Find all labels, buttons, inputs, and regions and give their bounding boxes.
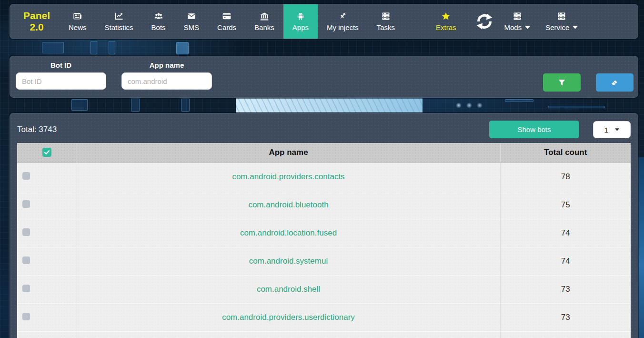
table-row: com.android.systemui 74: [17, 247, 631, 275]
total-count-value: 78: [561, 172, 570, 181]
panel-logo[interactable]: Panel 2.0: [14, 4, 60, 39]
column-header-total-count: Total count: [500, 143, 631, 163]
check-icon: [44, 149, 50, 155]
logo-line2: 2.0: [30, 21, 43, 33]
android-icon: [296, 11, 305, 21]
background-chip: [42, 42, 64, 53]
nav-item-my-injects[interactable]: My injects: [318, 4, 368, 39]
table-row: com.android.providers.contacts 78: [17, 163, 631, 191]
row-checkbox[interactable]: [22, 172, 30, 180]
bot-id-input[interactable]: [16, 72, 106, 90]
total-count-value: 73: [561, 285, 570, 294]
background-chip: [176, 42, 189, 54]
filter-icon: [558, 79, 566, 87]
logo-line1: Panel: [23, 10, 50, 21]
page-select[interactable]: 1: [593, 121, 631, 138]
row-checkbox[interactable]: [22, 256, 30, 264]
select-all-header-cell: [17, 143, 77, 163]
nav-item-news[interactable]: News: [60, 4, 96, 39]
table-row: com.android.location.fused 74: [17, 219, 631, 247]
sync-icon: [475, 12, 494, 31]
nav-label: SMS: [184, 23, 200, 31]
app-name-link[interactable]: com.android.providers.userdictionary: [222, 313, 355, 322]
background-circuit-right-strip: [638, 157, 644, 338]
app-name-input[interactable]: [121, 72, 212, 90]
nav-item-apps[interactable]: Apps: [283, 4, 318, 39]
background-trace: [548, 106, 605, 108]
nav-label: Bots: [151, 23, 166, 31]
nav-label: Cards: [217, 23, 236, 31]
column-header-app-name: App name: [77, 143, 500, 163]
total-count-label: Total: 3743: [17, 125, 57, 134]
total-count-value: 74: [561, 228, 570, 237]
bot-id-field-group: Bot ID: [16, 56, 106, 90]
app-name-link[interactable]: com.android.providers.contacts: [232, 172, 344, 181]
chart-line-icon: [114, 11, 124, 21]
top-navbar: Panel 2.0 News Statistics Bots: [10, 4, 638, 39]
users-icon: [154, 11, 163, 21]
app-name-label: App name: [150, 61, 184, 69]
select-all-checkbox[interactable]: [42, 148, 51, 157]
refresh-button[interactable]: [472, 4, 497, 39]
app-name-link[interactable]: com.android.location.fused: [240, 228, 337, 237]
background-trace: [505, 99, 533, 102]
nav-label: My injects: [327, 23, 359, 31]
nav-item-sms[interactable]: SMS: [175, 4, 209, 39]
nav-label: Extras: [436, 23, 456, 31]
row-checkbox[interactable]: [22, 285, 30, 292]
nav-item-statistics[interactable]: Statistics: [96, 4, 142, 39]
app-name-link[interactable]: com.android.bluetooth: [248, 200, 328, 209]
nav-item-bots[interactable]: Bots: [142, 4, 175, 39]
apps-table-panel: Total: 3743 Show bots 1 App name Total c…: [10, 113, 638, 338]
total-count-value: 75: [561, 200, 570, 209]
server-icon: [381, 11, 391, 21]
nav-dropdown-service[interactable]: Service: [538, 4, 585, 39]
page-select-value: 1: [604, 126, 608, 134]
nav-label: Mods: [504, 23, 522, 31]
nav-label: Service: [545, 23, 569, 31]
nav-label: Apps: [292, 23, 309, 31]
envelope-icon: [187, 11, 196, 21]
clear-filter-button[interactable]: [596, 73, 634, 92]
thumbtack-icon: [338, 11, 347, 21]
background-chip: [181, 98, 190, 112]
table-panel-header: Total: 3743 Show bots 1: [17, 121, 631, 143]
nav-dropdown-mods[interactable]: Mods: [497, 4, 538, 39]
table-row: com.android.bluetooth 75: [17, 191, 631, 219]
total-count-value: 74: [561, 256, 570, 266]
row-checkbox[interactable]: [22, 200, 30, 208]
newspaper-icon: [73, 11, 82, 21]
background-chip: [109, 41, 115, 54]
caret-down-icon: [615, 128, 619, 131]
eraser-icon: [611, 79, 619, 87]
table-header-row: App name Total count: [17, 143, 631, 163]
nav-label: News: [69, 23, 87, 31]
app-name-field-group: App name: [121, 56, 212, 90]
nav-label: Tasks: [377, 23, 395, 31]
background-chip: [71, 99, 88, 111]
nav-label: Banks: [254, 23, 274, 31]
table-row: com.android.providers.userdictionary 73: [17, 303, 631, 331]
star-icon: [441, 11, 451, 21]
server-icon: [557, 11, 566, 21]
nav-item-cards[interactable]: Cards: [208, 4, 245, 39]
apply-filter-button[interactable]: [543, 73, 581, 92]
app-name-link[interactable]: com.android.shell: [257, 285, 320, 294]
row-checkbox[interactable]: [22, 313, 30, 320]
caret-down-icon: [525, 26, 530, 29]
bot-id-label: Bot ID: [50, 61, 71, 69]
total-count-value: 73: [561, 313, 570, 322]
bank-icon: [260, 11, 269, 21]
app-name-link[interactable]: com.android.systemui: [249, 256, 328, 266]
server-icon: [513, 11, 522, 21]
nav-item-tasks[interactable]: Tasks: [368, 4, 404, 39]
nav-label: Statistics: [105, 23, 133, 31]
nav-item-extras[interactable]: Extras: [427, 4, 465, 39]
caret-down-icon: [573, 26, 578, 29]
show-bots-button[interactable]: Show bots: [489, 121, 579, 138]
apps-table: App name Total count com.android.provide…: [17, 143, 631, 338]
nav-item-banks[interactable]: Banks: [245, 4, 283, 39]
table-row: com.android.shell 73: [17, 275, 631, 303]
table-row: [17, 331, 631, 338]
row-checkbox[interactable]: [22, 228, 30, 236]
